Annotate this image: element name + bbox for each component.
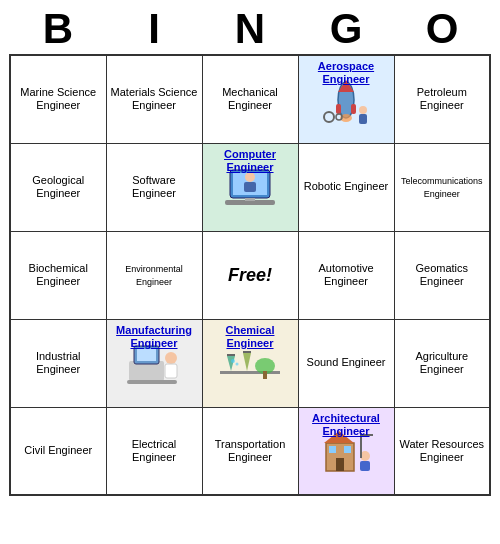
- cell-sublabel-r3-c1: Engineer: [107, 337, 202, 349]
- cell-r1-c0: Geological Engineer: [10, 143, 106, 231]
- cell-r0-c1: Materials Science Engineer: [106, 55, 202, 143]
- cell-label-r0-c2: Mechanical Engineer: [222, 86, 278, 111]
- free-space-label: Free!: [228, 265, 272, 285]
- cell-label-r3-c2: Chemical: [203, 324, 298, 337]
- cell-label-r2-c0: Biochemical Engineer: [29, 262, 88, 287]
- cell-label-r1-c4: Telecommunications Engineer: [401, 176, 483, 199]
- svg-point-29: [236, 362, 239, 365]
- bingo-header: B I N G O: [10, 0, 490, 54]
- svg-rect-12: [244, 182, 256, 192]
- svg-rect-14: [245, 198, 255, 201]
- cell-sublabel-r3-c2: Engineer: [203, 337, 298, 349]
- cell-label-r1-c3: Robotic Engineer: [304, 180, 388, 192]
- svg-rect-27: [263, 371, 267, 379]
- cell-label-r2-c3: Automotive Engineer: [318, 262, 373, 287]
- svg-marker-25: [243, 353, 251, 371]
- svg-rect-24: [243, 351, 251, 353]
- svg-rect-20: [127, 380, 177, 384]
- letter-g: G: [306, 8, 386, 50]
- cell-r2-c4: Geomatics Engineer: [394, 231, 490, 319]
- letter-b: B: [18, 8, 98, 50]
- cell-r3-c0: Industrial Engineer: [10, 319, 106, 407]
- svg-point-18: [165, 352, 177, 364]
- cell-r4-c2: Transportation Engineer: [202, 407, 298, 495]
- svg-point-28: [231, 359, 235, 363]
- cell-sublabel-r1-c2: Engineer: [203, 161, 298, 173]
- cell-r3-c4: Agriculture Engineer: [394, 319, 490, 407]
- svg-point-5: [359, 106, 367, 114]
- cell-sublabel-r4-c3: Engineer: [299, 425, 394, 437]
- svg-rect-2: [336, 104, 341, 114]
- cell-r3-c3: Sound Engineer: [298, 319, 394, 407]
- svg-rect-32: [329, 446, 336, 453]
- svg-point-11: [245, 172, 255, 182]
- cell-label-r4-c0: Civil Engineer: [24, 444, 92, 456]
- cell-label-r0-c1: Materials Science Engineer: [111, 86, 198, 111]
- letter-o: O: [402, 8, 482, 50]
- cell-label-r4-c1: Electrical Engineer: [132, 438, 177, 463]
- cell-label-r1-c2: Computer: [203, 148, 298, 161]
- cell-label-r3-c3: Sound Engineer: [307, 356, 386, 368]
- cell-r4-c1: Electrical Engineer: [106, 407, 202, 495]
- cell-r4-c0: Civil Engineer: [10, 407, 106, 495]
- cell-label-r0-c0: Marine Science Engineer: [20, 86, 96, 111]
- cell-label-r0-c3: Aerospace: [299, 60, 394, 73]
- svg-rect-3: [351, 104, 356, 114]
- cell-r1-c3: Robotic Engineer: [298, 143, 394, 231]
- cell-r0-c4: Petroleum Engineer: [394, 55, 490, 143]
- cell-r2-c3: Automotive Engineer: [298, 231, 394, 319]
- svg-rect-19: [165, 364, 177, 378]
- cell-r2-c1: Environmental Engineer: [106, 231, 202, 319]
- svg-rect-6: [359, 114, 367, 124]
- cell-r3-c1: ManufacturingEngineer: [106, 319, 202, 407]
- letter-n: N: [210, 8, 290, 50]
- cell-label-r3-c4: Agriculture Engineer: [415, 350, 468, 375]
- cell-label-r1-c0: Geological Engineer: [32, 174, 84, 199]
- cell-r1-c1: Software Engineer: [106, 143, 202, 231]
- svg-rect-36: [360, 461, 370, 471]
- cell-r1-c4: Telecommunications Engineer: [394, 143, 490, 231]
- cell-r4-c3: ArchitecturalEngineer: [298, 407, 394, 495]
- svg-rect-31: [336, 458, 344, 471]
- cell-label-r4-c4: Water Resources Engineer: [399, 438, 484, 463]
- cell-r4-c4: Water Resources Engineer: [394, 407, 490, 495]
- cell-sublabel-r0-c3: Engineer: [299, 73, 394, 85]
- cell-label-r0-c4: Petroleum Engineer: [417, 86, 467, 111]
- cell-r1-c2: ComputerEngineer: [202, 143, 298, 231]
- cell-r0-c2: Mechanical Engineer: [202, 55, 298, 143]
- cell-label-r1-c1: Software Engineer: [132, 174, 176, 199]
- cell-label-r4-c2: Transportation Engineer: [215, 438, 286, 463]
- svg-rect-22: [227, 354, 235, 356]
- cell-r2-c2: Free!: [202, 231, 298, 319]
- cell-r0-c0: Marine Science Engineer: [10, 55, 106, 143]
- cell-label-r3-c0: Industrial Engineer: [36, 350, 81, 375]
- cell-r3-c2: ChemicalEngineer: [202, 319, 298, 407]
- bingo-grid: Marine Science EngineerMaterials Science…: [9, 54, 491, 496]
- cell-r0-c3: AerospaceEngineer: [298, 55, 394, 143]
- svg-rect-17: [137, 349, 156, 361]
- cell-label-r3-c1: Manufacturing: [107, 324, 202, 337]
- cell-label-r4-c3: Architectural: [299, 412, 394, 425]
- cell-label-r2-c4: Geomatics Engineer: [415, 262, 468, 287]
- svg-point-7: [324, 112, 334, 122]
- svg-marker-23: [227, 356, 235, 371]
- letter-i: I: [114, 8, 194, 50]
- svg-rect-33: [344, 446, 351, 453]
- cell-r2-c0: Biochemical Engineer: [10, 231, 106, 319]
- cell-label-r2-c1: Environmental Engineer: [125, 264, 183, 287]
